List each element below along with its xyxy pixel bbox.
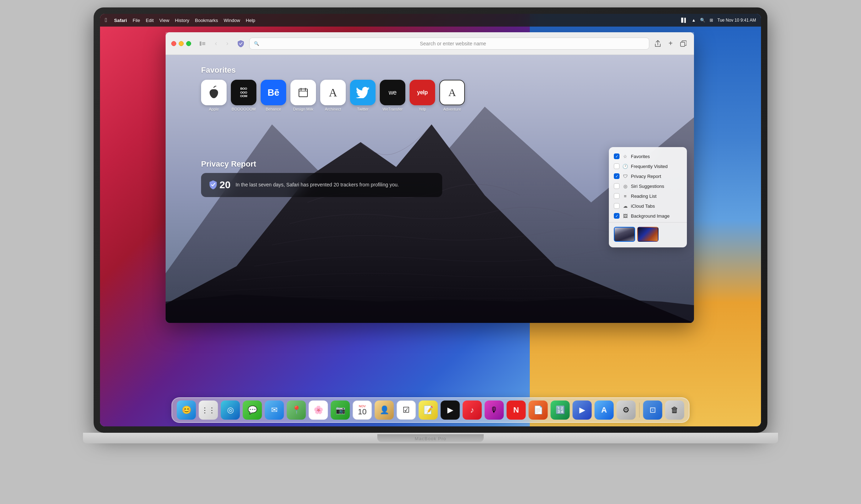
safari-content: Favorites Apple: [166, 55, 694, 323]
privacy-report-text: In the last seven days, Safari has preve…: [235, 181, 399, 189]
favorite-wetransfer[interactable]: we WeTransfer: [380, 80, 405, 111]
share-button[interactable]: [653, 39, 663, 49]
privacy-report-card[interactable]: 20 In the last seven days, Safari has pr…: [201, 173, 442, 197]
dock-separator: [639, 403, 640, 418]
screen-bezel:  Safari File Edit View History Bookmark…: [94, 7, 767, 433]
menubar-bookmarks[interactable]: Bookmarks: [195, 18, 218, 23]
icloud-tabs-icon: ☁: [622, 203, 628, 209]
new-tab-button[interactable]: +: [666, 39, 676, 49]
dock-appletv[interactable]: ▶: [441, 401, 460, 420]
boooooom-label: BOOOOOOM: [232, 107, 256, 111]
favorite-boooooom[interactable]: BOOOOOOOM BOOOOOOM: [231, 80, 256, 111]
reading-list-checkbox[interactable]: [614, 193, 620, 199]
favorite-apple[interactable]: Apple: [201, 80, 227, 111]
safari-toolbar: ‹ › 🔍 Search or enter website name: [166, 32, 694, 55]
sidebar-toggle-button[interactable]: [198, 39, 207, 49]
dock-reminders[interactable]: ☑: [397, 401, 416, 420]
svg-rect-3: [202, 44, 205, 45]
favorites-checkbox[interactable]: ✓: [614, 153, 620, 159]
background-image-checkbox[interactable]: ✓: [614, 213, 620, 219]
svg-rect-1: [202, 42, 205, 43]
dock-contacts[interactable]: 👤: [375, 401, 394, 420]
bg-thumbnail-2[interactable]: [637, 227, 659, 242]
podcasts-icon: 🎙: [490, 405, 498, 415]
dock-calendar[interactable]: NOV 10: [353, 401, 372, 420]
siri-suggestions-checkbox[interactable]: [614, 183, 620, 189]
dock-facetime[interactable]: 📷: [331, 401, 350, 420]
favorite-designmilk[interactable]: Design Milk: [290, 80, 316, 111]
favorite-twitter[interactable]: Twitter: [350, 80, 376, 111]
battery-icon: ▋▌: [681, 18, 688, 23]
customize-frequently-visited[interactable]: 🕐 Frequently Visited: [609, 161, 687, 171]
dock-airplay[interactable]: ⊡: [643, 401, 662, 420]
dock-systemprefs[interactable]: ⚙: [617, 401, 636, 420]
favorite-archinect[interactable]: A Archinect: [320, 80, 346, 111]
customize-icloud-tabs[interactable]: ☁ iCloud Tabs: [609, 201, 687, 211]
archinect-label: Archinect: [325, 107, 341, 111]
address-bar[interactable]: 🔍 Search or enter website name: [249, 38, 649, 50]
icloud-tabs-checkbox[interactable]: [614, 203, 620, 209]
dock-finder[interactable]: 😊: [177, 401, 196, 420]
privacy-report-checkbox[interactable]: ✓: [614, 173, 620, 179]
twitter-label: Twitter: [357, 107, 368, 111]
dock-podcasts[interactable]: 🎙: [485, 401, 504, 420]
dock-maps[interactable]: 📍: [287, 401, 306, 420]
traffic-lights: [171, 41, 191, 46]
privacy-report-icon: 🛡: [622, 174, 628, 179]
forward-button[interactable]: ›: [222, 39, 232, 49]
systemprefs-icon: ⚙: [623, 405, 630, 415]
menubar-help[interactable]: Help: [246, 18, 255, 23]
favorite-behance[interactable]: Bē Behance: [261, 80, 286, 111]
dock-photos[interactable]: 🌸: [309, 401, 328, 420]
customize-reading-list[interactable]: ≡ Reading List: [609, 191, 687, 201]
dock-music[interactable]: ♪: [463, 401, 482, 420]
favorite-adventure[interactable]: A Adventure: [439, 80, 465, 111]
favorites-icon: ☆: [622, 154, 628, 159]
control-center-icon[interactable]: ⊞: [710, 18, 713, 23]
close-button[interactable]: [171, 41, 176, 46]
dock-keynote[interactable]: ▶: [573, 401, 592, 420]
icloud-tabs-label: iCloud Tabs: [631, 203, 655, 209]
apple-menu-icon[interactable]: : [105, 17, 107, 23]
menubar-view[interactable]: View: [159, 18, 169, 23]
menubar-history[interactable]: History: [175, 18, 189, 23]
minimize-button[interactable]: [179, 41, 184, 46]
background-image-icon: 🖼: [622, 213, 628, 219]
menubar-edit[interactable]: Edit: [146, 18, 154, 23]
customize-privacy-report[interactable]: ✓ 🛡 Privacy Report: [609, 171, 687, 181]
menubar-file[interactable]: File: [133, 18, 140, 23]
back-button[interactable]: ‹: [211, 39, 221, 49]
dock-trash[interactable]: 🗑: [665, 401, 684, 420]
svg-rect-0: [200, 41, 201, 46]
address-placeholder: Search or enter website name: [261, 41, 645, 46]
menubar-app-name[interactable]: Safari: [114, 18, 127, 23]
bg-thumbnail-1[interactable]: [614, 227, 635, 242]
search-menubar-icon[interactable]: 🔍: [700, 18, 705, 23]
archinect-icon: A: [320, 80, 346, 105]
dock: 😊 ⋮⋮ ◎ 💬 ✉ 📍: [172, 397, 690, 423]
dock-notes[interactable]: 📝: [419, 401, 438, 420]
dock-launchpad[interactable]: ⋮⋮: [199, 401, 218, 420]
dock-news[interactable]: N: [507, 401, 526, 420]
customize-siri-suggestions[interactable]: ◎ Siri Suggestions: [609, 181, 687, 191]
menubar-window[interactable]: Window: [224, 18, 240, 23]
dock-pages[interactable]: 📄: [529, 401, 548, 420]
privacy-report-title: Privacy Report: [201, 159, 442, 169]
tabs-button[interactable]: [678, 39, 688, 49]
photos-icon: 🌸: [313, 405, 323, 415]
dock-appstore[interactable]: A: [595, 401, 614, 420]
menubar-left:  Safari File Edit View History Bookmark…: [105, 17, 681, 23]
customize-background-image[interactable]: ✓ 🖼 Background Image: [609, 211, 687, 221]
facetime-icon: 📷: [335, 405, 345, 415]
fullscreen-button[interactable]: [186, 41, 191, 46]
dock-numbers[interactable]: 🔢: [551, 401, 570, 420]
apple-icon: [201, 80, 227, 105]
frequently-visited-checkbox[interactable]: [614, 163, 620, 169]
customize-favorites[interactable]: ✓ ☆ Favorites: [609, 151, 687, 161]
dock-messages[interactable]: 💬: [243, 401, 262, 420]
news-icon: N: [513, 405, 519, 415]
dock-mail[interactable]: ✉: [265, 401, 284, 420]
dock-safari[interactable]: ◎: [221, 401, 240, 420]
numbers-icon: 🔢: [555, 405, 565, 415]
favorite-yelp[interactable]: yelp Yelp: [410, 80, 435, 111]
